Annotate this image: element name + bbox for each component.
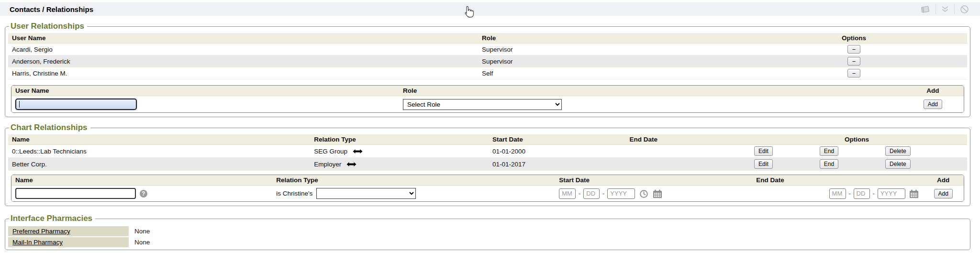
relation-type-label: Employer (314, 161, 341, 168)
chart-relationships-section: Chart Relationships Name Relation Type S… (5, 123, 970, 206)
remove-user-button[interactable]: − (847, 45, 861, 54)
start-date-cell: 01-01-2000 (489, 145, 626, 158)
titlebar: Contacts / Relationships (0, 2, 980, 16)
role-cell: Supervisor (478, 55, 741, 67)
table-header-row: Name Relation Type Start Date End Date O… (8, 134, 967, 145)
end-date-cell (626, 158, 747, 171)
name-cell: Better Corp. (8, 158, 310, 171)
col-role: Role (478, 33, 741, 44)
book-icon[interactable] (915, 5, 935, 13)
text-caret (19, 101, 20, 108)
end-date-cell (626, 145, 747, 158)
calendar-icon[interactable] (653, 189, 662, 198)
chart-relationships-table: Name Relation Type Start Date End Date O… (8, 134, 967, 171)
add-input-row: ? is Christine's - - (11, 186, 964, 202)
start-date-cell: 01-01-2017 (489, 158, 626, 171)
table-row: Better Corp. Employer 01-01-2017 Edit En… (8, 158, 967, 171)
end-button[interactable]: End (820, 159, 838, 169)
preferred-pharmacy-link[interactable]: Preferred Pharmacy (8, 226, 129, 236)
arrows-horizontal-icon (353, 149, 363, 154)
name-cell: 0::Leeds::Lab Technicians (8, 145, 310, 158)
preferred-pharmacy-value: None (129, 226, 156, 236)
table-row: Anderson, Frederick Supervisor − (8, 55, 967, 67)
remove-user-button[interactable]: − (847, 69, 861, 77)
col-user-name: User Name (8, 33, 478, 44)
table-header-row: User Name Role Options (8, 33, 967, 44)
add-header-row: Name Relation Type Start Date End Date A… (11, 175, 964, 186)
col-name: Name (8, 134, 310, 145)
user-relationships-section: User Relationships User Name Role Option… (5, 22, 970, 117)
col-end-date: End Date (626, 134, 747, 145)
end-month-input[interactable] (829, 188, 846, 199)
titlebar-actions (915, 4, 974, 14)
add-col-add: Add (923, 175, 964, 186)
user-name-cell: Harris, Christine M. (8, 67, 478, 79)
add-input-row: Select Role Add (11, 96, 964, 113)
edit-button[interactable]: Edit (754, 159, 773, 169)
interface-pharmacies-legend: Interface Pharmacies (9, 214, 95, 223)
add-chart-relationship-button[interactable]: Add (934, 189, 953, 198)
role-select[interactable]: Select Role (403, 99, 562, 110)
date-separator: - (872, 190, 875, 197)
pharmacy-row: Mail-In Pharmacy None (8, 237, 967, 247)
add-col-role: Role (399, 86, 902, 96)
pharmacy-row: Preferred Pharmacy None (8, 226, 967, 236)
add-user-relationship-box: User Name Role Add Select Role (11, 85, 964, 113)
add-col-add: Add (902, 86, 964, 96)
add-col-start-date: Start Date (555, 175, 752, 186)
remove-user-button[interactable]: − (847, 57, 861, 66)
add-user-relationship-button[interactable]: Add (924, 99, 942, 109)
add-header-row: User Name Role Add (11, 86, 964, 96)
new-user-name-input[interactable] (15, 99, 137, 110)
user-name-cell: Acardi, Sergio (8, 44, 478, 55)
mail-in-pharmacy-value: None (129, 237, 156, 247)
delete-button[interactable]: Delete (885, 159, 911, 169)
table-row: Harris, Christine M. Self − (8, 67, 967, 79)
add-col-end-date: End Date (752, 175, 923, 186)
chart-relationships-legend: Chart Relationships (9, 123, 90, 132)
user-relationships-table: User Name Role Options Acardi, Sergio Su… (8, 33, 967, 79)
add-col-relation-type: Relation Type (272, 175, 555, 186)
clock-icon[interactable] (639, 189, 648, 198)
end-year-input[interactable] (878, 188, 905, 199)
start-month-input[interactable] (559, 188, 576, 199)
relation-prefix-label: is Christine's (276, 190, 312, 197)
calendar-icon[interactable] (909, 189, 919, 198)
interface-pharmacies-section: Interface Pharmacies Preferred Pharmacy … (5, 214, 970, 250)
user-relationships-legend: User Relationships (9, 22, 87, 31)
col-options: Options (741, 33, 967, 44)
ban-icon-svg (960, 5, 969, 14)
end-day-input[interactable] (854, 188, 870, 199)
relation-type-label: SEG Group (314, 148, 347, 155)
new-relationship-name-input[interactable] (15, 188, 136, 199)
table-row: Acardi, Sergio Supervisor − (8, 44, 967, 55)
arrows-horizontal-icon (346, 162, 356, 167)
edit-button[interactable]: Edit (754, 146, 773, 156)
question-circle-icon[interactable]: ? (140, 190, 147, 198)
user-name-cell: Anderson, Frederick (8, 55, 478, 67)
relation-type-select[interactable] (316, 188, 416, 199)
end-button[interactable]: End (820, 146, 838, 156)
table-row: 0::Leeds::Lab Technicians SEG Group 01-0… (8, 145, 967, 158)
role-cell: Self (478, 67, 741, 79)
date-separator: - (579, 190, 581, 197)
start-year-input[interactable] (607, 188, 635, 199)
add-col-user-name: User Name (11, 86, 399, 96)
col-relation-type: Relation Type (310, 134, 489, 145)
ban-icon[interactable] (955, 5, 974, 14)
book-icon-svg (920, 5, 930, 13)
date-separator: - (848, 190, 851, 197)
date-separator: - (602, 190, 605, 197)
col-start-date: Start Date (489, 134, 626, 145)
chevron-double-down-svg (941, 6, 949, 13)
add-chart-relationship-box: Name Relation Type Start Date End Date A… (11, 175, 964, 202)
add-col-name: Name (11, 175, 272, 186)
mail-in-pharmacy-link[interactable]: Mail-In Pharmacy (8, 237, 129, 247)
page-title: Contacts / Relationships (10, 5, 93, 13)
delete-button[interactable]: Delete (885, 146, 911, 156)
chevron-double-down-icon[interactable] (936, 6, 954, 13)
start-day-input[interactable] (583, 188, 600, 199)
role-cell: Supervisor (478, 44, 741, 55)
col-options: Options (746, 134, 967, 145)
